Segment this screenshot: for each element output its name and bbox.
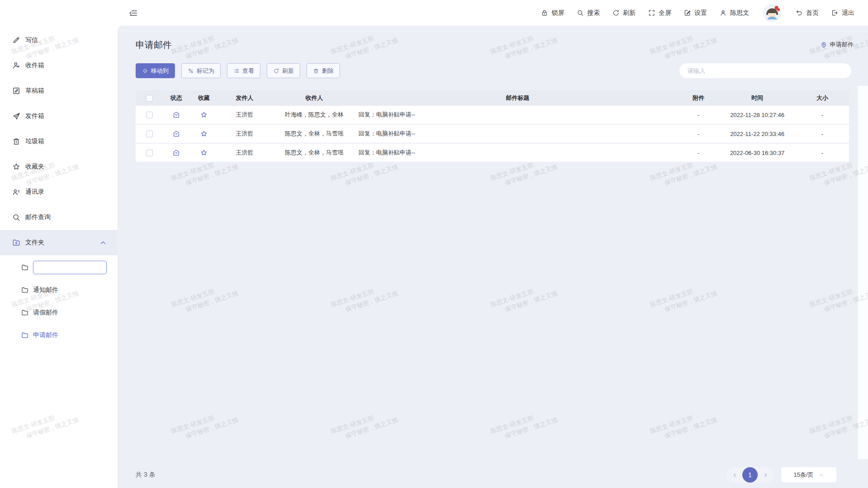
star-icon[interactable] bbox=[200, 149, 208, 157]
size-cell: - bbox=[796, 112, 849, 118]
column-header: 邮件标题 bbox=[357, 94, 678, 102]
star-icon[interactable] bbox=[200, 130, 208, 138]
folder-item-notice-mail[interactable]: 通知邮件 bbox=[0, 279, 118, 301]
sidebar-item-mail-search[interactable]: 邮件查询 bbox=[0, 205, 118, 230]
topbar-home-button[interactable]: 首页 bbox=[795, 9, 819, 17]
search-icon bbox=[576, 9, 584, 17]
recipients-cell: 陈思文，全林，马雪瑶 bbox=[271, 149, 357, 157]
mail-open-icon bbox=[172, 130, 180, 138]
sidebar-item-label: 写信 bbox=[25, 36, 38, 44]
chevron-left-icon bbox=[732, 472, 738, 478]
recipients-cell: 叶海峰，陈思文，全林 bbox=[271, 111, 357, 119]
sidebar-item-folders[interactable]: 文件夹 bbox=[0, 230, 118, 255]
sidebar-item-label: 收藏夹 bbox=[25, 163, 44, 171]
search-input[interactable] bbox=[687, 67, 844, 75]
logout-icon bbox=[831, 9, 839, 17]
table-row[interactable]: 王洪哲 叶海峰，陈思文，全林 回复：电脑补贴申请-- - 2022-11-28 … bbox=[136, 106, 849, 125]
chevron-up-icon bbox=[99, 238, 108, 247]
page-size-select[interactable]: 15条/页 bbox=[781, 467, 836, 483]
attachment-cell: - bbox=[678, 131, 719, 137]
topbar-lock-screen-button[interactable]: 锁屏 bbox=[541, 9, 564, 17]
topbar-logout-label: 退出 bbox=[842, 9, 854, 17]
delete-button[interactable]: 删除 bbox=[307, 63, 340, 78]
total-count: 共 3 条 bbox=[136, 471, 156, 479]
attachment-cell: - bbox=[678, 112, 719, 118]
scrollbar-track[interactable] bbox=[858, 86, 868, 459]
send-icon bbox=[12, 112, 21, 121]
inbox-user-icon bbox=[12, 61, 21, 70]
topbar-search-button[interactable]: 搜索 bbox=[576, 9, 600, 17]
view-button[interactable]: 查看 bbox=[227, 63, 260, 78]
topbar-refresh-button[interactable]: 刷新 bbox=[612, 9, 636, 17]
topbar-refresh-label: 刷新 bbox=[623, 9, 636, 17]
draft-icon bbox=[12, 86, 21, 95]
column-header: 收件人 bbox=[271, 94, 357, 102]
attachment-cell: - bbox=[678, 150, 719, 156]
row-checkbox[interactable] bbox=[146, 112, 153, 118]
time-cell: 2022-11-28 10:27:46 bbox=[719, 112, 796, 118]
subject-cell: 回复：电脑补贴申请-- bbox=[357, 149, 678, 157]
page-title: 申请邮件 bbox=[136, 39, 172, 51]
list-icon bbox=[233, 68, 240, 74]
next-page-button[interactable] bbox=[760, 470, 770, 480]
sidebar-item-sent[interactable]: 发件箱 bbox=[0, 103, 118, 129]
user-avatar[interactable] bbox=[763, 4, 781, 22]
sidebar-item-trash[interactable]: 垃圾箱 bbox=[0, 129, 118, 154]
select-all-checkbox[interactable] bbox=[146, 95, 153, 102]
back-home-icon bbox=[795, 9, 803, 17]
sidebar-item-label: 通讯录 bbox=[25, 188, 44, 196]
topbar-current-user-button[interactable]: 陈思文 bbox=[719, 9, 749, 17]
row-checkbox[interactable] bbox=[146, 131, 153, 137]
mark-as-button[interactable]: 标记为 bbox=[181, 63, 221, 78]
sender-cell: 王洪哲 bbox=[218, 149, 271, 157]
sidebar-item-drafts[interactable]: 草稿箱 bbox=[0, 78, 118, 103]
refresh-button[interactable]: 刷新 bbox=[267, 63, 300, 78]
sidebar-item-inbox[interactable]: 收件箱 bbox=[0, 53, 118, 78]
folder-item-new-folder[interactable] bbox=[0, 256, 118, 279]
contacts-icon bbox=[12, 188, 21, 197]
prev-page-button[interactable] bbox=[730, 470, 740, 480]
topbar-fullscreen-button[interactable]: 全屏 bbox=[648, 9, 671, 17]
page-1-button[interactable]: 1 bbox=[742, 467, 758, 483]
folder-plus-icon bbox=[12, 238, 21, 247]
delete-label: 删除 bbox=[322, 67, 334, 75]
sidebar: 有生集团 写信 收件箱 草稿箱 发件箱 垃圾箱 收藏夹 通讯录 邮件查询 bbox=[0, 0, 118, 488]
folder-item-apply-mail[interactable]: 申请邮件 bbox=[0, 324, 118, 347]
move-to-label: 移动到 bbox=[151, 67, 169, 75]
topbar: 锁屏搜索刷新全屏设置陈思文 首页退出 bbox=[0, 0, 868, 26]
breadcrumb-label: 申请邮件 bbox=[830, 41, 854, 49]
size-cell: - bbox=[796, 131, 849, 137]
sidebar-item-contacts[interactable]: 通讯录 bbox=[0, 179, 118, 205]
star-icon[interactable] bbox=[200, 111, 208, 119]
sidebar-item-compose[interactable]: 写信 bbox=[0, 28, 118, 53]
star-icon bbox=[12, 162, 21, 171]
refresh-icon bbox=[273, 68, 279, 74]
topbar-home-label: 首页 bbox=[806, 9, 819, 17]
row-checkbox[interactable] bbox=[146, 150, 153, 156]
pagination-bar: 共 3 条 1 15条/页 bbox=[136, 462, 868, 488]
folder-item-label: 请假邮件 bbox=[33, 309, 58, 317]
folder-item-leave-mail[interactable]: 请假邮件 bbox=[0, 301, 118, 324]
topbar-logout-button[interactable]: 退出 bbox=[831, 9, 854, 17]
sidebar-item-label: 发件箱 bbox=[25, 112, 44, 120]
topbar-settings-label: 设置 bbox=[694, 9, 707, 17]
sidebar-item-favorites[interactable]: 收藏夹 bbox=[0, 154, 118, 179]
topbar-lock-screen-label: 锁屏 bbox=[552, 9, 564, 17]
move-to-button[interactable]: 移动到 bbox=[136, 63, 175, 78]
collapse-menu-icon[interactable] bbox=[128, 8, 138, 18]
search-box bbox=[679, 63, 851, 78]
move-icon bbox=[142, 68, 148, 74]
mark-as-label: 标记为 bbox=[197, 67, 214, 75]
main-content: 申请邮件 申请邮件 移动到 标记为 查看 刷新 删除 状态收藏发件人收件人邮件标… bbox=[118, 26, 868, 488]
topbar-fullscreen-label: 全屏 bbox=[659, 9, 671, 17]
folder-icon bbox=[21, 286, 29, 294]
sidebar-item-label: 草稿箱 bbox=[25, 87, 44, 95]
lock-icon bbox=[541, 9, 548, 17]
table-row[interactable]: 王洪哲 陈思文，全林，马雪瑶 回复：电脑补贴申请-- - 2022-11-22 … bbox=[136, 125, 849, 144]
view-label: 查看 bbox=[242, 67, 254, 75]
breadcrumb: 申请邮件 bbox=[820, 41, 854, 49]
table-row[interactable]: 王洪哲 陈思文，全林，马雪瑶 回复：电脑补贴申请-- - 2022-06-30 … bbox=[136, 144, 849, 163]
subject-cell: 回复：电脑补贴申请-- bbox=[357, 130, 678, 138]
new-folder-input[interactable] bbox=[33, 261, 107, 274]
topbar-settings-button[interactable]: 设置 bbox=[684, 9, 707, 17]
